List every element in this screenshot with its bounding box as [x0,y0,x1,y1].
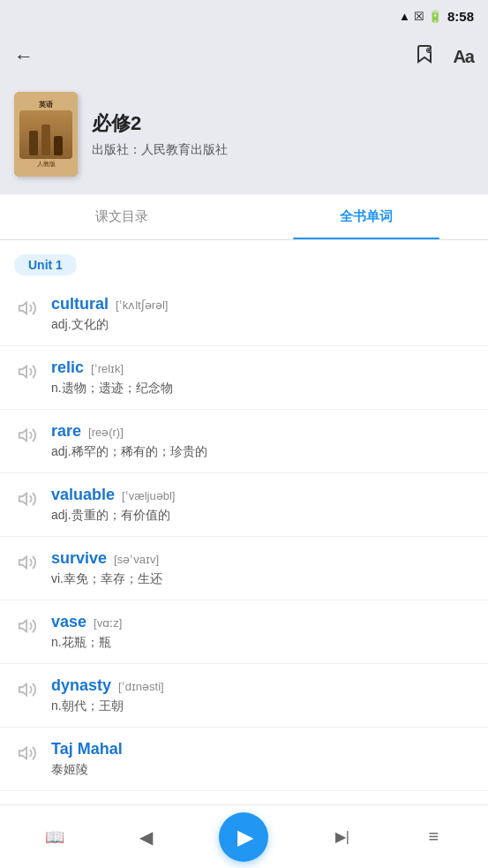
word-header-5: vase [vɑːz] [51,613,474,631]
word-list: cultural [ˈkʌltʃərəl] adj.文化的 relic [ˈre… [0,283,488,855]
word-content-6: dynasty [ˈdɪnəsti] n.朝代；王朝 [51,676,474,714]
book-header: 英语 人教版 必修2 出版社：人民教育出版社 [0,81,488,194]
word-item: Taj Mahal 泰姬陵 [0,728,488,791]
word-content-5: vase [vɑːz] n.花瓶；瓶 [51,613,474,651]
prev-icon: ◀ [139,826,153,848]
word-item: vase [vɑːz] n.花瓶；瓶 [0,600,488,664]
sound-button-7[interactable] [14,742,41,768]
sound-icon-5 [18,616,37,640]
word-item: valuable [ˈvæljuəbl] adj.贵重的；有价值的 [0,473,488,537]
settings-btn[interactable]: ≡ [416,819,451,855]
sound-button-4[interactable] [14,551,41,577]
word-def-5: n.花瓶；瓶 [51,635,474,651]
play-button[interactable]: ▶ [219,812,268,862]
word-content-3: valuable [ˈvæljuəbl] adj.贵重的；有价值的 [51,486,474,524]
sound-icon-7 [18,743,37,767]
svg-marker-1 [19,302,26,313]
sound-icon-1 [18,362,37,386]
sound-button-5[interactable] [14,615,41,641]
sound-icon-4 [18,553,37,577]
back-button[interactable]: ← [14,45,34,68]
svg-marker-7 [19,683,26,695]
word-def-6: n.朝代；王朝 [51,698,474,714]
word-text-6: dynasty [51,676,111,695]
word-text-7: Taj Mahal [51,740,123,759]
svg-marker-5 [19,556,26,568]
vocabulary-btn[interactable]: 📖 [37,819,72,855]
word-text-2: rare [51,422,81,441]
sound-button-1[interactable] [14,360,41,387]
word-phonetic-6: [ˈdɪnəsti] [118,680,164,693]
svg-marker-6 [19,620,26,631]
battery-icon: 🔋 [428,10,442,23]
bottom-nav: 📖 ◀ ▶ ▶| ≡ [0,804,488,868]
sound-icon-3 [18,489,37,513]
tab-vocabulary[interactable]: 全书单词 [244,194,489,239]
word-item: survive [səˈvaɪv] vi.幸免；幸存；生还 [0,537,488,600]
sound-icon-0 [18,298,37,322]
tab-bar: 课文目录 全书单词 [0,194,488,240]
font-size-icon[interactable]: Aa [453,47,474,67]
svg-marker-3 [19,429,26,441]
word-text-4: survive [51,549,107,568]
word-def-1: n.遗物；遗迹；纪念物 [51,381,474,396]
vocab-icon: 📖 [45,827,64,847]
book-cover: 英语 人教版 [14,92,78,177]
book-cover-label: 英语 [39,100,53,109]
word-content-7: Taj Mahal 泰姬陵 [51,740,474,778]
book-publisher: 出版社：人民教育出版社 [92,142,474,158]
word-item: relic [ˈrelɪk] n.遗物；遗迹；纪念物 [0,346,488,410]
sound-icon-6 [18,680,37,704]
word-phonetic-5: [vɑːz] [94,616,122,630]
word-item: rare [reə(r)] adj.稀罕的；稀有的；珍贵的 [0,410,488,473]
sound-button-3[interactable] [14,487,41,514]
word-content-1: relic [ˈrelɪk] n.遗物；遗迹；纪念物 [51,359,474,396]
word-text-5: vase [51,613,86,631]
sound-button-0[interactable] [14,297,41,323]
word-header-6: dynasty [ˈdɪnəsti] [51,676,474,695]
word-header-4: survive [səˈvaɪv] [51,549,474,568]
word-phonetic-4: [səˈvaɪv] [114,553,159,566]
word-phonetic-1: [ˈrelɪk] [91,362,124,375]
word-phonetic-2: [reə(r)] [88,426,124,439]
word-content-4: survive [səˈvaɪv] vi.幸免；幸存；生还 [51,549,474,587]
svg-marker-2 [19,366,26,377]
word-content-0: cultural [ˈkʌltʃərəl] adj.文化的 [51,295,474,333]
book-title: 必修2 [92,110,474,137]
word-item: dynasty [ˈdɪnəsti] n.朝代；王朝 [0,664,488,728]
word-phonetic-0: [ˈkʌltʃərəl] [116,298,168,312]
word-header-2: rare [reə(r)] [51,422,474,441]
next-icon: ▶| [335,828,349,845]
status-time: 8:58 [447,9,474,24]
nav-actions: Aa [414,43,474,70]
word-header-3: valuable [ˈvæljuəbl] [51,486,474,504]
prev-btn[interactable]: ◀ [128,819,163,855]
word-def-4: vi.幸免；幸存；生还 [51,571,474,587]
word-def-0: adj.文化的 [51,317,474,333]
word-phonetic-3: [ˈvæljuəbl] [122,489,175,502]
next-btn[interactable]: ▶| [325,819,360,855]
word-header-0: cultural [ˈkʌltʃərəl] [51,295,474,313]
word-def-7: 泰姬陵 [51,762,474,778]
sound-button-6[interactable] [14,678,41,705]
status-bar: ▲ ☒ 🔋 8:58 [0,0,488,32]
tab-contents[interactable]: 课文目录 [0,194,244,239]
word-content-2: rare [reə(r)] adj.稀罕的；稀有的；珍贵的 [51,422,474,460]
word-def-2: adj.稀罕的；稀有的；珍贵的 [51,444,474,460]
book-info: 必修2 出版社：人民教育出版社 [92,110,474,158]
word-def-3: adj.贵重的；有价值的 [51,508,474,524]
word-text-3: valuable [51,486,115,504]
play-icon: ▶ [237,825,253,849]
unit-badge: Unit 1 [14,254,77,275]
word-text-1: relic [51,359,84,377]
svg-marker-8 [19,747,26,759]
bookmark-settings-icon[interactable] [414,43,435,70]
word-header-1: relic [ˈrelɪk] [51,359,474,377]
svg-marker-4 [19,493,26,504]
word-item: cultural [ˈkʌltʃərəl] adj.文化的 [0,283,488,346]
top-nav: ← Aa [0,32,488,81]
sound-button-2[interactable] [14,424,41,450]
word-text-0: cultural [51,295,109,313]
settings-icon: ≡ [428,826,439,847]
word-header-7: Taj Mahal [51,740,474,759]
